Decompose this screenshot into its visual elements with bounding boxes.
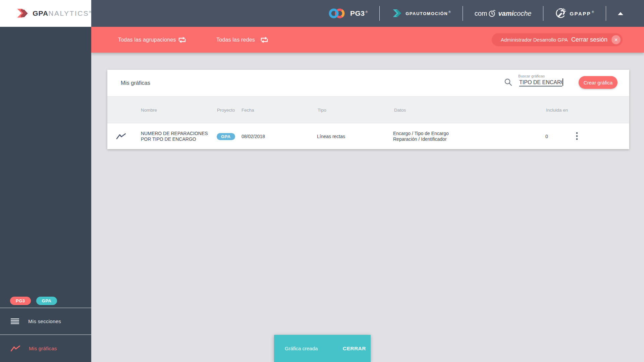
column-incluida-en[interactable]: Incluida en	[546, 97, 568, 123]
column-datos[interactable]: Datos	[394, 97, 406, 123]
column-fecha[interactable]: Fecha	[241, 97, 254, 123]
cell-incluida-en: 0	[545, 123, 548, 149]
collapse-chevron-up-icon[interactable]	[618, 12, 623, 15]
app-root: GPANALYTICS® PG3® GPAUTOMOCIÓN® com	[0, 0, 644, 362]
graphs-card: Mis gráficas Buscar gráficas Crear gráfi…	[107, 70, 629, 149]
column-nombre[interactable]: Nombre	[141, 97, 157, 123]
filter-groups[interactable]: Todas las agrupaciones	[118, 27, 176, 53]
brand-gpautomocion[interactable]: GPAUTOMOCIÓN®	[391, 8, 451, 18]
snackbar-message: Gráfica creada	[285, 346, 318, 351]
create-graph-button[interactable]: Crear gráfica	[579, 76, 618, 89]
snackbar: Gráfica creada CERRAR	[274, 335, 371, 362]
topbar-divider	[606, 6, 606, 21]
gpanalytics-logo[interactable]: GPANALYTICS®	[0, 0, 91, 27]
logout-button[interactable]: Cerrar sesión	[571, 36, 607, 43]
gpanalytics-wordmark: GPANALYTICS®	[33, 9, 91, 17]
cell-nombre: NUMERO DE REPARACIONES POR TIPO DE ENCAR…	[141, 123, 208, 149]
snackbar-close-button[interactable]: CERRAR	[343, 346, 366, 352]
gpanalytics-arrow-icon	[15, 6, 29, 20]
comvamicoche-com: com	[475, 10, 487, 17]
brand-gpapp[interactable]: GPAPP®	[555, 8, 594, 19]
swap-groups-icon[interactable]	[178, 36, 186, 45]
table-row[interactable]: NUMERO DE REPARACIONES POR TIPO DE ENCAR…	[107, 123, 629, 149]
column-tipo[interactable]: Tipo	[318, 97, 326, 123]
table-header: Nombre Proyecto Fecha Tipo Datos Incluid…	[107, 96, 629, 123]
menu-lines-icon	[11, 318, 19, 324]
cell-proyecto: GPA	[217, 123, 235, 149]
clock-icon	[488, 9, 496, 17]
cell-datos: Encargo / Tipo de Encargo Reparación / I…	[393, 123, 449, 149]
comvamicoche-vami: vami	[498, 10, 514, 17]
row-line-chart-icon	[116, 123, 126, 149]
search-input[interactable]	[519, 79, 562, 86]
search-icon[interactable]	[504, 78, 513, 88]
gpautomocion-arrow-icon	[391, 8, 403, 18]
text-caret	[562, 78, 563, 86]
topbar-divider	[379, 6, 380, 21]
pg3-infinity-icon	[329, 7, 347, 19]
search-label: Buscar gráficas	[518, 74, 545, 78]
filter-networks[interactable]: Todas las redes	[216, 27, 255, 53]
project-badge: GPA	[217, 133, 235, 140]
top-brand-bar: PG3® GPAUTOMOCIÓN® com vamicoche	[91, 0, 644, 27]
gpapp-wrench-icon	[555, 8, 567, 19]
gpautomocion-label: GPAUTOMOCIÓN	[406, 11, 448, 16]
brand-comvamicoche[interactable]: com vamicoche	[475, 9, 532, 17]
session-pill: Administrador Desarrollo GPA Cerrar sesi…	[492, 33, 623, 46]
sidebar-item-mis-secciones[interactable]: Mis secciones	[0, 308, 91, 335]
topbar-divider	[463, 6, 463, 21]
sidebar-item-label: Mis gráficas	[29, 346, 57, 351]
cell-fecha: 08/02/2018	[241, 123, 265, 149]
swap-networks-icon[interactable]	[260, 36, 269, 45]
topbar-divider	[543, 6, 543, 21]
column-proyecto[interactable]: Proyecto	[217, 97, 235, 123]
pg3-label: PG3	[350, 9, 365, 17]
sidebar-item-label: Mis secciones	[28, 318, 61, 324]
gpapp-label: GPAPP	[570, 11, 591, 16]
sidebar-bottom-menu: PG3 GPA Mis secciones Mis gráficas	[0, 294, 91, 362]
row-kebab-menu-icon[interactable]	[576, 123, 578, 149]
page-title: Mis gráficas	[121, 70, 150, 96]
badge-pg3[interactable]: PG3	[10, 297, 31, 305]
filter-bar: Todas las agrupaciones Todas las redes A…	[91, 27, 644, 53]
sidebar: PG3 GPA Mis secciones Mis gráficas	[0, 27, 91, 362]
line-chart-icon	[11, 346, 20, 352]
badge-gpa[interactable]: GPA	[36, 297, 57, 305]
logout-x-icon[interactable]: ✕	[611, 35, 621, 44]
cell-tipo: Líneas rectas	[317, 123, 345, 149]
session-user: Administrador Desarrollo GPA	[501, 37, 568, 43]
comvamicoche-coche: coche	[514, 10, 531, 17]
brand-pg3[interactable]: PG3®	[329, 7, 368, 19]
sidebar-item-mis-graficas[interactable]: Mis gráficas	[0, 335, 91, 362]
card-header: Mis gráficas Buscar gráficas Crear gráfi…	[107, 70, 629, 96]
sidebar-badges: PG3 GPA	[0, 294, 91, 308]
